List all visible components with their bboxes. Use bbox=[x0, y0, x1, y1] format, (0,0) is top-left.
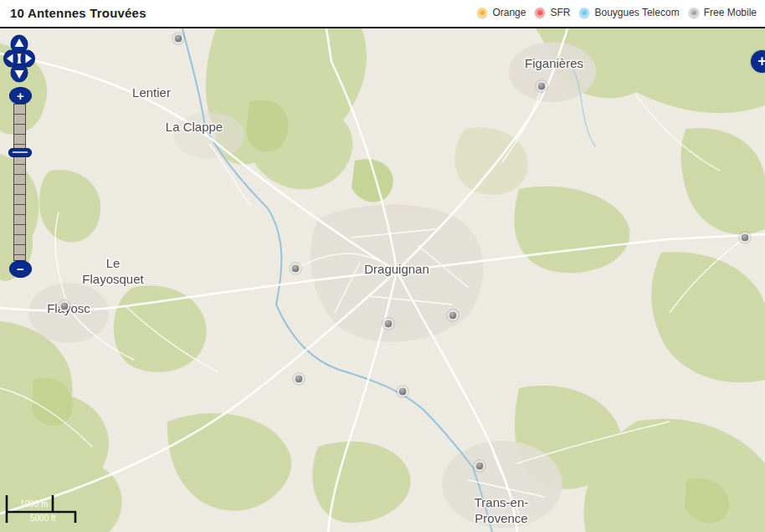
sfr-marker-icon bbox=[535, 8, 545, 18]
scale-imperial-label: 5000 ft bbox=[30, 514, 56, 523]
antenna-marker[interactable] bbox=[294, 374, 305, 385]
legend-item-bouygues-telecom[interactable]: Bouygues Telecom bbox=[579, 7, 679, 18]
antenna-marker[interactable] bbox=[448, 310, 459, 321]
zoom-out-button[interactable]: − bbox=[9, 260, 32, 278]
antenna-marker[interactable] bbox=[475, 461, 485, 472]
antenna-marker[interactable] bbox=[290, 263, 301, 274]
legend-item-sfr[interactable]: SFR bbox=[535, 7, 570, 18]
pan-control[interactable] bbox=[3, 34, 35, 83]
legend-label: Bouygues Telecom bbox=[594, 7, 679, 18]
orange-marker-icon bbox=[477, 8, 487, 18]
legend-item-free-mobile[interactable]: Free Mobile bbox=[689, 7, 757, 18]
zoom-slider-handle[interactable] bbox=[8, 148, 32, 157]
pan-center-icon bbox=[18, 54, 21, 64]
antenna-marker[interactable] bbox=[59, 301, 70, 312]
map-canvas[interactable]: 1000 m 5000 ft + − + LentierLa ClappeFig… bbox=[0, 28, 765, 532]
header: 10 Antennes Trouvées OrangeSFRBouygues T… bbox=[0, 0, 765, 28]
map-terrain: 1000 m 5000 ft bbox=[0, 28, 765, 532]
zoom-slider-track[interactable] bbox=[13, 104, 26, 261]
scale-metric-label: 1000 m bbox=[20, 499, 48, 509]
legend-label: Orange bbox=[492, 7, 526, 18]
antenna-marker[interactable] bbox=[383, 319, 394, 330]
bouygues-marker-icon bbox=[579, 8, 589, 18]
antenna-marker[interactable] bbox=[398, 386, 408, 397]
zoom-in-button[interactable]: + bbox=[9, 87, 32, 105]
antenna-marker[interactable] bbox=[740, 233, 751, 243]
legend-label: Free Mobile bbox=[704, 7, 757, 18]
antenna-marker[interactable] bbox=[173, 33, 184, 44]
antenna-marker[interactable] bbox=[537, 81, 547, 92]
legend: OrangeSFRBouygues TelecomFree Mobile bbox=[477, 7, 757, 18]
page-title: 10 Antennes Trouvées bbox=[10, 6, 146, 20]
free-marker-icon bbox=[689, 8, 699, 18]
legend-item-orange[interactable]: Orange bbox=[477, 7, 526, 18]
legend-label: SFR bbox=[550, 7, 570, 18]
